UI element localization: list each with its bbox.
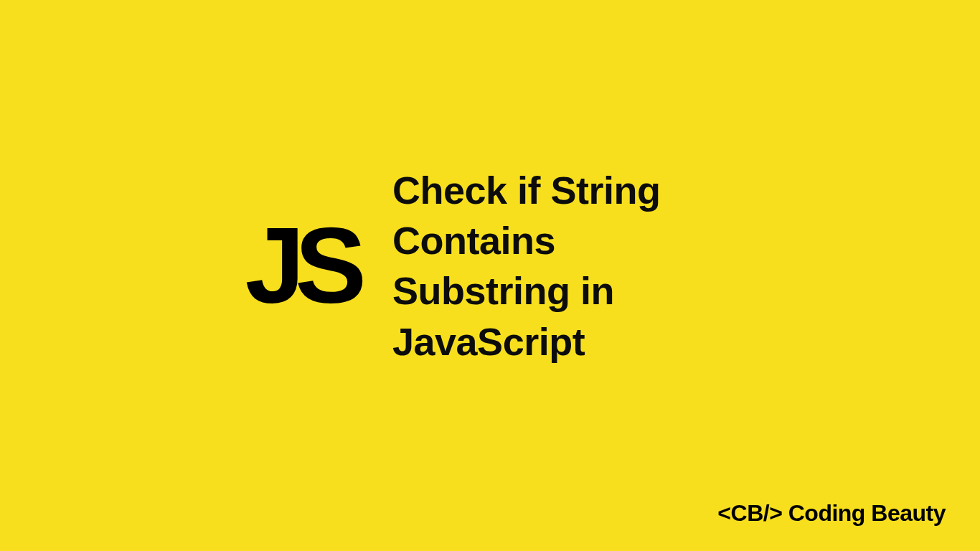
brand-signature: <CB/> Coding Beauty [717,500,946,527]
title-line-1: Check if String Contains [392,169,661,262]
js-badge: JS [245,212,357,319]
main-content: JS Check if String Contains Substring in… [245,165,735,367]
title-line-2: Substring in JavaScript [392,269,614,362]
article-title: Check if String Contains Substring in Ja… [392,165,735,367]
